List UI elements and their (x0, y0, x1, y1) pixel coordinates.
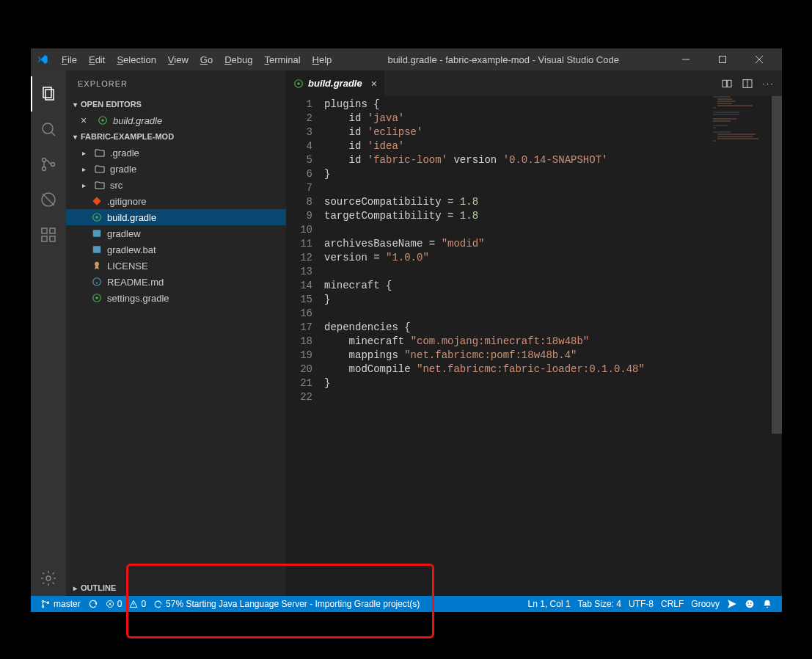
gradle-file-icon (293, 79, 304, 89)
svg-point-17 (46, 576, 51, 580)
cursor-position-status[interactable]: Ln 1, Col 1 (524, 596, 574, 612)
settings-gear-icon[interactable] (31, 561, 66, 596)
problems-status[interactable]: 0 0 (102, 596, 150, 612)
editor-body[interactable]: 12345678910111213141516171819202122 plug… (286, 96, 782, 596)
close-button[interactable] (742, 48, 776, 70)
explorer-title: EXPLORER (66, 70, 286, 96)
tab-build-gradle[interactable]: build.gradle × (286, 70, 385, 96)
svg-point-8 (43, 159, 46, 162)
code-content[interactable]: plugins { id 'java' id 'eclipse' id 'ide… (324, 96, 782, 596)
svg-point-10 (51, 163, 55, 167)
vertical-scrollbar[interactable] (772, 96, 782, 596)
svg-line-12 (43, 194, 54, 205)
tree-item-gradlew-bat[interactable]: gradlew.bat (66, 241, 286, 258)
menu-bar: FileEditSelectionViewGoDebugTerminalHelp (56, 54, 337, 65)
chevron-right-icon: ▸ (78, 165, 89, 173)
line-gutter: 12345678910111213141516171819202122 (286, 96, 324, 596)
svg-rect-16 (50, 228, 55, 233)
window-title: build.gradle - fabric-example-mod - Visu… (340, 54, 666, 65)
svg-point-45 (750, 602, 752, 604)
chevron-down-icon: ▾ (69, 133, 81, 141)
menu-view[interactable]: View (162, 54, 194, 65)
scm-activity-icon[interactable] (31, 147, 66, 182)
compare-icon[interactable] (721, 78, 733, 90)
main-area: EXPLORER ▾OPEN EDITORS × build.gradle ▾F… (31, 70, 782, 596)
language-server-status[interactable]: 57% Starting Java Language Server - Impo… (150, 596, 423, 612)
folder-icon (94, 164, 106, 174)
tree-item-gradle[interactable]: ▸gradle (66, 161, 286, 177)
notifications-icon[interactable] (758, 596, 776, 612)
vscode-icon (37, 54, 48, 65)
extensions-activity-icon[interactable] (31, 217, 66, 252)
menu-go[interactable]: Go (194, 54, 219, 65)
more-icon[interactable]: ··· (762, 78, 775, 89)
menu-debug[interactable]: Debug (219, 54, 258, 65)
debug-activity-icon[interactable] (31, 182, 66, 217)
folder-icon (94, 148, 106, 158)
tree-item-label: README.md (107, 277, 164, 288)
encoding-status[interactable]: UTF-8 (625, 596, 657, 612)
status-bar: master 0 0 57% Starting Java Language Se… (31, 596, 782, 612)
tree-item-build-gradle[interactable]: build.gradle (66, 209, 286, 225)
tree-item-src[interactable]: ▸src (66, 177, 286, 193)
tree-item-README-md[interactable]: README.md (66, 274, 286, 290)
minimize-button[interactable] (669, 48, 703, 70)
menu-help[interactable]: Help (307, 54, 338, 65)
chevron-right-icon: ▸ (69, 584, 81, 592)
open-editors-section[interactable]: ▾OPEN EDITORS (66, 96, 286, 112)
indentation-status[interactable]: Tab Size: 4 (574, 596, 625, 612)
tree-item-settings-gradle[interactable]: settings.gradle (66, 290, 286, 306)
svg-rect-33 (728, 80, 731, 87)
git-icon (91, 196, 103, 206)
menu-terminal[interactable]: Terminal (258, 54, 306, 65)
svg-rect-15 (50, 236, 55, 241)
gradle-icon (91, 212, 103, 222)
menu-edit[interactable]: Edit (83, 54, 111, 65)
git-branch-status[interactable]: master (37, 596, 84, 612)
svg-point-21 (95, 216, 98, 219)
editor-tabs: build.gradle × ··· (286, 70, 782, 96)
gradle-file-icon (97, 115, 109, 125)
svg-rect-1 (720, 57, 726, 63)
eol-status[interactable]: CRLF (657, 596, 687, 612)
explorer-activity-icon[interactable] (31, 76, 66, 112)
outline-section[interactable]: ▸OUTLINE (66, 580, 286, 596)
svg-rect-32 (723, 80, 726, 87)
search-activity-icon[interactable] (31, 112, 66, 147)
tree-item-LICENSE[interactable]: LICENSE (66, 258, 286, 274)
tree-item--gradle[interactable]: ▸.gradle (66, 145, 286, 161)
scrollbar-thumb[interactable] (772, 96, 782, 434)
menu-selection[interactable]: Selection (111, 54, 161, 65)
svg-point-29 (95, 296, 98, 299)
chevron-down-icon: ▾ (69, 101, 81, 109)
menu-file[interactable]: File (56, 54, 83, 65)
chevron-right-icon: ▸ (78, 149, 89, 157)
maximize-button[interactable] (706, 48, 739, 70)
split-editor-icon[interactable] (742, 78, 753, 90)
svg-rect-5 (45, 90, 54, 100)
open-editor-item[interactable]: × build.gradle (66, 112, 286, 128)
svg-point-43 (746, 600, 754, 608)
editor-area: build.gradle × ··· 123456789101112131415… (286, 70, 782, 596)
tree-item-label: gradlew.bat (107, 244, 156, 255)
tree-item-label: LICENSE (107, 261, 148, 272)
editor-actions: ··· (714, 70, 782, 96)
close-tab-icon[interactable]: × (371, 78, 377, 90)
close-editor-icon[interactable]: × (81, 114, 92, 126)
svg-rect-4 (43, 87, 51, 98)
svg-rect-13 (42, 228, 47, 233)
tree-item-label: .gradle (110, 148, 139, 159)
tree-item--gitignore[interactable]: .gitignore (66, 193, 286, 209)
feedback-icon[interactable] (723, 596, 741, 612)
language-mode-status[interactable]: Groovy (687, 596, 723, 612)
tweet-feedback-icon[interactable] (741, 596, 758, 612)
project-section[interactable]: ▾FABRIC-EXAMPLE-MOD (66, 128, 286, 145)
svg-point-31 (297, 82, 300, 85)
tree-item-label: gradle (110, 164, 136, 175)
tree-item-gradlew[interactable]: gradlew (66, 225, 286, 241)
shell-icon (91, 228, 103, 239)
sync-status[interactable] (84, 596, 102, 612)
file-tree: ▸.gradle▸gradle▸src.gitignorebuild.gradl… (66, 145, 286, 306)
svg-point-38 (47, 602, 48, 603)
tree-item-label: settings.gradle (107, 293, 169, 304)
